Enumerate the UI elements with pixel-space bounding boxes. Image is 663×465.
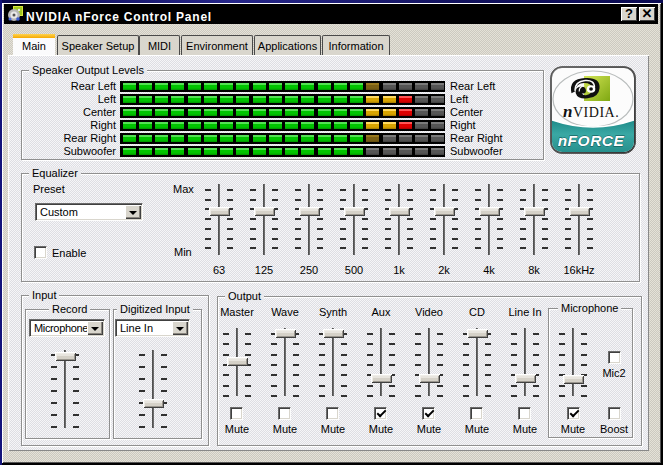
- svg-text:nFORCE: nFORCE: [558, 132, 625, 149]
- svg-text:VIDIA.: VIDIA.: [573, 105, 619, 120]
- svg-text:n: n: [563, 102, 572, 121]
